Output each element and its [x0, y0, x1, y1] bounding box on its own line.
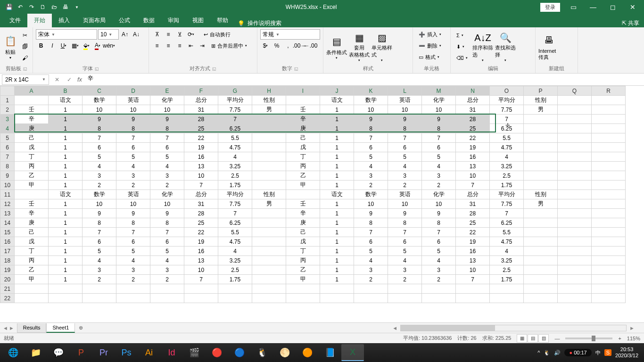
- cell-D22[interactable]: [116, 294, 150, 303]
- cell-I10[interactable]: 甲: [286, 181, 320, 190]
- task-wechat-icon[interactable]: 💬: [47, 344, 70, 361]
- task-explorer-icon[interactable]: 📁: [25, 344, 47, 361]
- cell-K22[interactable]: [354, 294, 388, 303]
- cell-M16[interactable]: 6: [422, 237, 456, 247]
- row-head-17[interactable]: 17: [0, 247, 15, 256]
- cell-N5[interactable]: 22: [456, 133, 490, 143]
- cell-L9[interactable]: 3: [388, 171, 422, 181]
- cell-O19[interactable]: 2.5: [490, 265, 524, 275]
- cell-H21[interactable]: [252, 284, 286, 294]
- cell-C13[interactable]: 9: [83, 209, 116, 218]
- cell-B4[interactable]: 1: [49, 124, 83, 133]
- cell-A6[interactable]: 戊: [15, 143, 49, 152]
- task-app3-icon[interactable]: 🟠: [296, 344, 319, 361]
- align-bottom-icon[interactable]: ⊻: [174, 29, 185, 40]
- cell-F6[interactable]: 19: [184, 143, 218, 152]
- row-head-8[interactable]: 8: [0, 162, 15, 171]
- col-head-B[interactable]: B: [49, 86, 83, 96]
- cell-P10[interactable]: [524, 181, 558, 190]
- cell-E14[interactable]: 8: [150, 218, 184, 228]
- view-pagebreak-icon[interactable]: ▧: [538, 334, 549, 343]
- cell-C11[interactable]: 数学: [83, 190, 116, 199]
- cell-J7[interactable]: 1: [320, 152, 354, 162]
- col-head-E[interactable]: E: [150, 86, 184, 96]
- cell-O13[interactable]: 7: [490, 209, 524, 218]
- cell-E4[interactable]: 8: [150, 124, 184, 133]
- cell-N19[interactable]: 10: [456, 265, 490, 275]
- cell-H9[interactable]: [252, 171, 286, 181]
- row-head-1[interactable]: 1: [0, 96, 15, 105]
- format-cells-button[interactable]: ▭格式▾: [416, 52, 447, 62]
- cell-R22[interactable]: [592, 294, 626, 303]
- cell-G19[interactable]: 2.5: [218, 265, 252, 275]
- cell-P3[interactable]: [524, 115, 558, 124]
- cell-N11[interactable]: 总分: [456, 190, 490, 199]
- cell-P7[interactable]: [524, 152, 558, 162]
- cell-R17[interactable]: [592, 247, 626, 256]
- cell-B6[interactable]: 1: [49, 143, 83, 152]
- cell-B9[interactable]: 1: [49, 171, 83, 181]
- view-layout-icon[interactable]: ▤: [528, 334, 538, 343]
- cell-I14[interactable]: 庚: [286, 218, 320, 228]
- cell-F11[interactable]: 总分: [184, 190, 218, 199]
- cell-E6[interactable]: 6: [150, 143, 184, 152]
- cell-F8[interactable]: 13: [184, 162, 218, 171]
- tray-clock[interactable]: 20:53 2020/3/12: [615, 346, 638, 359]
- cell-C22[interactable]: [83, 294, 116, 303]
- font-launcher-icon[interactable]: ◱: [95, 66, 99, 71]
- cell-M10[interactable]: 2: [422, 181, 456, 190]
- cell-I22[interactable]: [286, 294, 320, 303]
- cell-H2[interactable]: 男: [252, 105, 286, 115]
- cell-G4[interactable]: 6.25: [218, 124, 252, 133]
- cell-L2[interactable]: 10: [388, 105, 422, 115]
- cell-F5[interactable]: 22: [184, 133, 218, 143]
- cell-K8[interactable]: 4: [354, 162, 388, 171]
- cell-F1[interactable]: 总分: [184, 96, 218, 105]
- col-head-P[interactable]: P: [524, 86, 558, 96]
- cell-R10[interactable]: [592, 181, 626, 190]
- cell-Q11[interactable]: [558, 190, 592, 199]
- cell-B1[interactable]: 语文: [49, 96, 83, 105]
- cell-E2[interactable]: 10: [150, 105, 184, 115]
- cell-N12[interactable]: 31: [456, 199, 490, 209]
- cell-A11[interactable]: [15, 190, 49, 199]
- cell-D20[interactable]: 2: [116, 275, 150, 284]
- cell-A15[interactable]: 己: [15, 228, 49, 237]
- cell-B5[interactable]: 1: [49, 133, 83, 143]
- col-head-M[interactable]: M: [422, 86, 456, 96]
- cell-D13[interactable]: 9: [116, 209, 150, 218]
- cell-P13[interactable]: [524, 209, 558, 218]
- cell-K11[interactable]: 数学: [354, 190, 388, 199]
- cell-R21[interactable]: [592, 284, 626, 294]
- cell-J2[interactable]: 1: [320, 105, 354, 115]
- cell-F4[interactable]: 25: [184, 124, 218, 133]
- cell-N21[interactable]: [456, 284, 490, 294]
- qat-dropdown-icon[interactable]: ▼: [72, 2, 82, 12]
- cell-F18[interactable]: 13: [184, 256, 218, 265]
- cell-F9[interactable]: 10: [184, 171, 218, 181]
- cell-L5[interactable]: 7: [388, 133, 422, 143]
- cell-I1[interactable]: [286, 96, 320, 105]
- task-illustrator-icon[interactable]: Ai: [138, 344, 160, 361]
- cell-M15[interactable]: 7: [422, 228, 456, 237]
- cell-B15[interactable]: 1: [49, 228, 83, 237]
- cell-G12[interactable]: 7.75: [218, 199, 252, 209]
- cell-O8[interactable]: 3.25: [490, 162, 524, 171]
- cell-D9[interactable]: 3: [116, 171, 150, 181]
- cell-A1[interactable]: [15, 96, 49, 105]
- cell-E1[interactable]: 化学: [150, 96, 184, 105]
- cell-M1[interactable]: 化学: [422, 96, 456, 105]
- cell-R13[interactable]: [592, 209, 626, 218]
- name-box[interactable]: 2R x 14C▼: [2, 74, 49, 85]
- cell-F10[interactable]: 7: [184, 181, 218, 190]
- cell-B14[interactable]: 1: [49, 218, 83, 228]
- cell-N4[interactable]: 25: [456, 124, 490, 133]
- cell-K21[interactable]: [354, 284, 388, 294]
- fill-color-button[interactable]: ⬙▾: [81, 41, 91, 51]
- redo-icon[interactable]: ↷: [26, 2, 37, 12]
- format-table-button[interactable]: ▦套用 表格格式▾: [349, 31, 370, 62]
- cell-P18[interactable]: [524, 256, 558, 265]
- cell-P8[interactable]: [524, 162, 558, 171]
- task-powerpoint-icon[interactable]: P: [70, 344, 92, 361]
- cell-C20[interactable]: 2: [83, 275, 116, 284]
